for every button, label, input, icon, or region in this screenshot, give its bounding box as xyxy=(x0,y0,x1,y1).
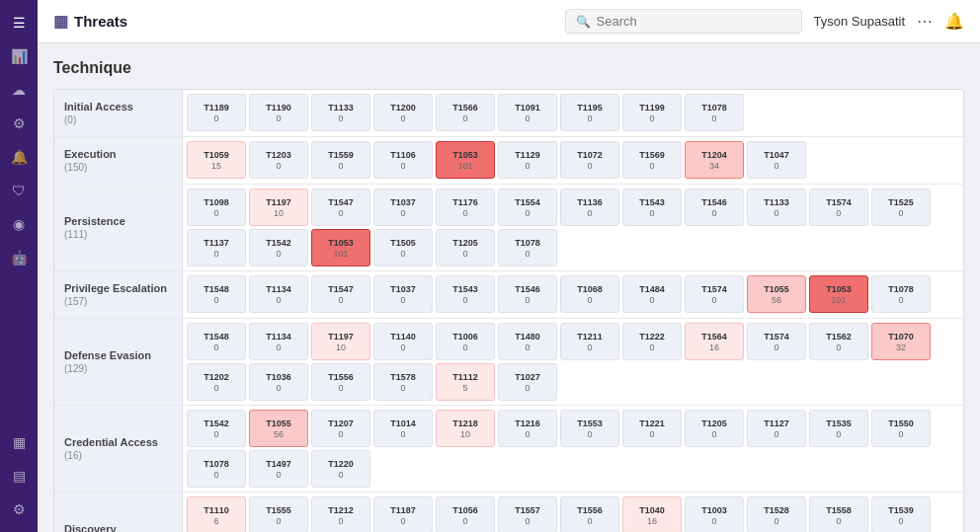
technique-cell[interactable]: T11125 xyxy=(436,363,495,401)
technique-cell[interactable]: T104016 xyxy=(622,496,682,532)
technique-cell[interactable]: T10030 xyxy=(685,496,744,532)
technique-cell[interactable]: T12200 xyxy=(311,450,370,488)
sidebar-settings-icon[interactable]: ⚙ xyxy=(4,109,34,138)
technique-cell[interactable]: T107032 xyxy=(871,323,931,360)
technique-cell[interactable]: T15420 xyxy=(187,410,246,447)
sidebar-gear-icon[interactable]: ⚙ xyxy=(4,494,34,524)
sidebar-shield-icon[interactable]: 🛡 xyxy=(4,176,34,205)
technique-cell[interactable]: T15460 xyxy=(498,275,557,313)
technique-cell[interactable]: T11950 xyxy=(560,94,619,131)
technique-cell[interactable]: T11340 xyxy=(249,275,308,313)
sidebar-alerts-icon[interactable]: 🔔 xyxy=(4,142,34,172)
technique-cell[interactable]: T11900 xyxy=(249,94,308,131)
technique-cell[interactable]: T10910 xyxy=(498,94,557,131)
technique-cell[interactable]: T12220 xyxy=(622,323,682,360)
technique-cell[interactable]: T15780 xyxy=(373,363,433,401)
technique-cell[interactable]: T11270 xyxy=(747,410,806,447)
technique-cell[interactable]: T10370 xyxy=(373,189,433,226)
technique-cell[interactable]: T10780 xyxy=(498,229,557,266)
technique-cell[interactable]: T10360 xyxy=(249,363,308,401)
sidebar-grid-icon[interactable]: ▦ xyxy=(4,427,34,457)
technique-cell[interactable]: T120434 xyxy=(685,141,744,179)
technique-cell[interactable]: T12000 xyxy=(373,94,433,131)
technique-cell[interactable]: T15550 xyxy=(249,496,308,532)
technique-cell[interactable]: T11990 xyxy=(622,94,682,131)
search-input[interactable] xyxy=(597,14,791,29)
technique-cell[interactable]: T15740 xyxy=(747,323,806,360)
technique-cell[interactable]: T15470 xyxy=(311,275,370,313)
technique-cell[interactable]: T15480 xyxy=(187,275,246,313)
technique-cell[interactable]: T15280 xyxy=(747,496,806,532)
technique-cell[interactable]: T11340 xyxy=(249,323,308,360)
technique-cell[interactable]: T14800 xyxy=(498,323,557,360)
technique-cell[interactable]: T10680 xyxy=(560,275,619,313)
technique-cell[interactable]: T119710 xyxy=(249,189,308,226)
technique-cell[interactable]: T15250 xyxy=(871,189,931,226)
technique-cell[interactable]: T12160 xyxy=(498,410,557,447)
technique-cell[interactable]: T10720 xyxy=(560,141,619,179)
technique-cell[interactable]: T11060 xyxy=(373,141,433,179)
technique-cell[interactable]: T12020 xyxy=(187,363,246,401)
technique-cell[interactable]: T15460 xyxy=(685,189,744,226)
technique-cell[interactable]: T15690 xyxy=(622,141,682,179)
technique-cell[interactable]: T10780 xyxy=(187,450,246,488)
technique-cell[interactable]: T15430 xyxy=(622,189,682,226)
technique-cell[interactable]: T11290 xyxy=(498,141,557,179)
technique-cell[interactable]: T1053101 xyxy=(311,229,370,266)
technique-cell[interactable]: T121810 xyxy=(436,410,495,447)
technique-cell[interactable]: T10780 xyxy=(685,94,744,131)
technique-cell[interactable]: T11330 xyxy=(311,94,370,131)
technique-cell[interactable]: T105915 xyxy=(187,141,246,179)
technique-cell[interactable]: T10560 xyxy=(436,496,495,532)
technique-cell[interactable]: T15470 xyxy=(311,189,370,226)
technique-cell[interactable]: T15580 xyxy=(809,496,868,532)
technique-cell[interactable]: T15560 xyxy=(560,496,619,532)
technique-cell[interactable]: T11760 xyxy=(436,189,495,226)
technique-cell[interactable]: T12050 xyxy=(436,229,495,266)
technique-cell[interactable]: T15530 xyxy=(560,410,619,447)
technique-cell[interactable]: T14840 xyxy=(622,275,682,313)
technique-cell[interactable]: T11400 xyxy=(373,323,433,360)
technique-cell[interactable]: T15420 xyxy=(249,229,308,266)
more-options-icon[interactable]: ⋯ xyxy=(917,12,933,31)
technique-cell[interactable]: T15390 xyxy=(871,496,931,532)
technique-cell[interactable]: T15050 xyxy=(373,229,433,266)
technique-cell[interactable]: T11890 xyxy=(187,94,246,131)
technique-cell[interactable]: T15740 xyxy=(809,189,868,226)
technique-cell[interactable]: T11330 xyxy=(747,189,806,226)
technique-cell[interactable]: T119710 xyxy=(311,323,370,360)
technique-cell[interactable]: T12110 xyxy=(560,323,619,360)
technique-cell[interactable]: T10060 xyxy=(436,323,495,360)
technique-cell[interactable]: T12070 xyxy=(311,410,370,447)
technique-cell[interactable]: T15590 xyxy=(311,141,370,179)
sidebar-list-icon[interactable]: ▤ xyxy=(4,461,34,491)
sidebar-menu-icon[interactable]: ☰ xyxy=(4,8,34,38)
technique-cell[interactable]: T15430 xyxy=(436,275,495,313)
technique-cell[interactable]: T11106 xyxy=(187,496,246,532)
notifications-icon[interactable]: 🔔 xyxy=(944,12,964,31)
sidebar-circle-icon[interactable]: ◉ xyxy=(4,209,34,239)
technique-cell[interactable]: T12210 xyxy=(622,410,682,447)
technique-cell[interactable]: T1053101 xyxy=(809,275,868,313)
technique-cell[interactable]: T1053101 xyxy=(436,141,495,179)
technique-cell[interactable]: T11360 xyxy=(560,189,619,226)
technique-cell[interactable]: T15540 xyxy=(498,189,557,226)
technique-cell[interactable]: T15500 xyxy=(871,410,931,447)
technique-cell[interactable]: T156416 xyxy=(685,323,744,360)
technique-cell[interactable]: T14970 xyxy=(249,450,308,488)
technique-cell[interactable]: T12120 xyxy=(311,496,370,532)
technique-cell[interactable]: T10470 xyxy=(747,141,806,179)
technique-cell[interactable]: T10270 xyxy=(498,363,557,401)
technique-cell[interactable]: T15660 xyxy=(436,94,495,131)
technique-cell[interactable]: T10370 xyxy=(373,275,433,313)
technique-cell[interactable]: T10980 xyxy=(187,189,246,226)
sidebar-cloud-icon[interactable]: ☁ xyxy=(4,75,34,105)
technique-cell[interactable]: T11870 xyxy=(373,496,433,532)
technique-cell[interactable]: T10140 xyxy=(373,410,433,447)
technique-cell[interactable]: T105556 xyxy=(747,275,806,313)
technique-cell[interactable]: T12050 xyxy=(685,410,744,447)
search-box[interactable]: 🔍 xyxy=(565,9,802,34)
technique-cell[interactable]: T15740 xyxy=(685,275,744,313)
technique-cell[interactable]: T11370 xyxy=(187,229,246,266)
technique-cell[interactable]: T12030 xyxy=(249,141,308,179)
